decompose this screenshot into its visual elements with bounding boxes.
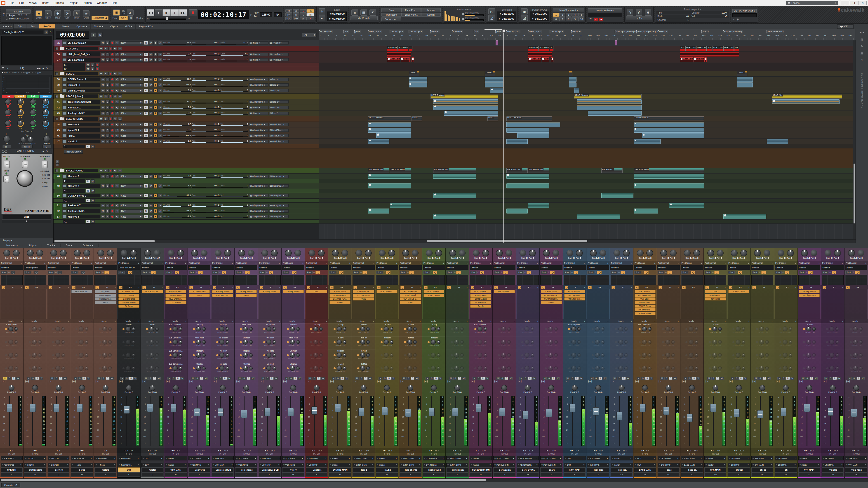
send-slot-3[interactable]: - vfx platePost Level Pan xyxy=(282,363,305,376)
clip[interactable]: VOX LOVE xyxy=(528,46,538,51)
input-echo-button[interactable]: •)) xyxy=(115,123,119,126)
strip-pan-knob[interactable] xyxy=(149,385,155,391)
send-post-dot[interactable] xyxy=(404,328,406,330)
input-pan-knob[interactable] xyxy=(271,250,278,256)
send-slot-1[interactable]: Post Level Pan xyxy=(47,336,70,350)
strip-s-button[interactable]: S xyxy=(406,377,410,380)
send-level-knob[interactable] xyxy=(219,366,224,371)
input-echo-button[interactable]: •)) xyxy=(115,100,119,104)
strip-m-button[interactable]: M xyxy=(496,377,500,380)
strip-m-button[interactable]: M xyxy=(167,377,171,380)
phase-icon[interactable]: ⊘ xyxy=(759,271,761,273)
send-slot-1[interactable]: Post Level Pan xyxy=(751,336,774,350)
strip-s-button[interactable]: S xyxy=(453,377,457,380)
fx-plugin[interactable]: PhParhar Ster... xyxy=(564,297,585,300)
output-port[interactable]: ⊞ - vox love ▾ xyxy=(269,53,288,56)
strip-pan-knob[interactable] xyxy=(595,385,601,391)
send-level-knob[interactable] xyxy=(688,366,693,371)
fx-power-button[interactable] xyxy=(518,286,521,289)
clip[interactable] xyxy=(506,174,549,179)
strip-title[interactable]: Untitled xyxy=(165,265,187,270)
add-send-button[interactable]: + xyxy=(68,320,69,322)
prochannel-row[interactable]: ProChannel▸ xyxy=(751,261,774,265)
prochannel-row[interactable]: ProChannel▸ xyxy=(375,261,399,265)
volume-fader[interactable] xyxy=(617,412,622,420)
mute-button[interactable]: M xyxy=(101,140,105,143)
send-slot-0[interactable]: Post Level Pan xyxy=(70,323,94,336)
input-gain-knob[interactable] xyxy=(402,250,409,256)
send-level-knob[interactable] xyxy=(688,326,693,331)
send-level-knob[interactable] xyxy=(642,339,647,345)
send-post-dot[interactable] xyxy=(779,354,781,356)
input-echo-button[interactable]: •)) xyxy=(115,194,119,197)
strip-name-plate[interactable]: VOX MAIN xyxy=(165,467,187,472)
send-level-knob[interactable] xyxy=(829,326,834,331)
fx-power-button[interactable] xyxy=(307,286,310,289)
interleave-icon[interactable]: ❙••❙ xyxy=(0,380,23,384)
tool-smart[interactable]: ★Smart xyxy=(35,10,43,19)
chip-a●[interactable]: a● xyxy=(599,18,603,21)
volume-slider[interactable]: Volume-1.0 xyxy=(163,41,191,44)
punch-module-icon2[interactable]: ◿ xyxy=(520,15,529,21)
velocity-slider[interactable]: Vel+0 xyxy=(220,111,248,115)
strip-title[interactable]: Untitled xyxy=(728,265,750,270)
send-post-dot[interactable] xyxy=(5,354,7,356)
lane-name[interactable]: A1 xyxy=(63,199,85,202)
strip-w-button[interactable]: W xyxy=(251,377,255,380)
strip-r-button[interactable]: R xyxy=(176,377,180,380)
prochannel-row[interactable]: ProChannel▸ xyxy=(610,261,633,265)
output-dropdown[interactable]: master▼ xyxy=(798,463,820,467)
volume-slider[interactable]: Volume-7.5 xyxy=(163,215,191,218)
send-level-knob[interactable] xyxy=(8,366,13,371)
clip[interactable] xyxy=(772,99,839,104)
prochannel-row[interactable]: ProChannel▸ xyxy=(305,261,328,265)
send-level-knob[interactable] xyxy=(313,339,318,345)
screenset-7[interactable]: 7 xyxy=(559,17,565,21)
strip-s-button[interactable]: S xyxy=(219,377,223,380)
add-send-button[interactable]: + xyxy=(795,320,796,322)
interleave-icon[interactable]: ❙••❙ xyxy=(586,380,610,384)
send-level-knob[interactable] xyxy=(618,339,623,345)
send-level-knob[interactable] xyxy=(548,326,553,331)
interleave-icon[interactable]: ❙••❙ xyxy=(563,380,586,384)
send-level-knob[interactable] xyxy=(173,353,178,358)
output-dropdown[interactable]: --- None ---▼ xyxy=(94,463,116,467)
archive-button[interactable]: A xyxy=(158,53,162,56)
send-slot-1[interactable]: - fx MedPost Level Pan xyxy=(399,336,422,350)
send-pan-knob[interactable] xyxy=(249,327,253,331)
strip-name-plate[interactable]: - preview xyxy=(48,467,70,472)
strip-r-button[interactable]: R xyxy=(458,377,461,380)
input-port[interactable]: ▣ AllInputsOm ▾ xyxy=(249,89,269,92)
input-gain-knob[interactable] xyxy=(426,250,433,256)
send-pan-knob[interactable] xyxy=(343,366,346,370)
input-gain-knob[interactable] xyxy=(566,250,573,256)
strip-w-button[interactable]: W xyxy=(204,377,208,380)
strip-name-plate[interactable]: - lead chords xyxy=(400,467,422,472)
fx-power-button[interactable] xyxy=(424,286,428,289)
mute-button[interactable]: M xyxy=(101,89,105,92)
send-level-knob[interactable] xyxy=(525,366,529,371)
input-echo-button[interactable]: •)) xyxy=(113,94,117,98)
strip-s-button[interactable]: S xyxy=(594,377,598,380)
fx-power-button[interactable] xyxy=(377,286,380,289)
output-dropdown[interactable]: VOX MAIN▼ xyxy=(212,463,234,467)
send-level-knob[interactable] xyxy=(759,326,764,331)
strip-pan-knob[interactable] xyxy=(173,385,179,391)
collapse-icon[interactable]: ◄◄ ▾ ⧉ xyxy=(1,25,13,29)
send-post-dot[interactable] xyxy=(568,354,570,356)
clip[interactable] xyxy=(368,174,411,179)
add-send-button[interactable]: + xyxy=(349,320,350,322)
send-level-knob[interactable] xyxy=(55,326,60,331)
solo-button[interactable]: S xyxy=(105,83,110,87)
send-pan-knob[interactable] xyxy=(155,327,159,331)
send-pan-knob[interactable] xyxy=(624,353,628,357)
send-pan-knob[interactable] xyxy=(460,340,464,344)
input-port[interactable]: ▣ -None- ▾ xyxy=(249,106,269,109)
strip-r-button[interactable]: R xyxy=(223,377,227,380)
marker-drop-1-pt-2[interactable]: DROP 1 pt.2 xyxy=(390,30,404,33)
eq-thumbnail[interactable] xyxy=(306,275,328,285)
phase-icon[interactable]: ⊘ xyxy=(852,271,855,273)
send-slot-2[interactable]: - vfx platePost Level Pan xyxy=(258,350,281,363)
strip-r-button[interactable]: R xyxy=(528,377,532,380)
send-post-dot[interactable] xyxy=(826,328,828,330)
